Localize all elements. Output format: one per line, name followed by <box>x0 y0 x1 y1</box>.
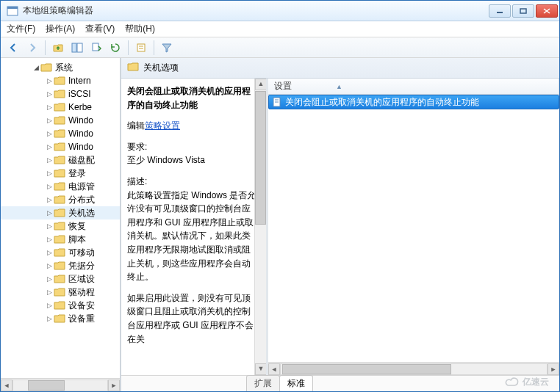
svg-rect-7 <box>77 43 82 52</box>
tab-extended[interactable]: 扩展 <box>246 375 280 391</box>
maximize-button[interactable] <box>512 4 534 18</box>
description-label: 描述: <box>127 175 259 189</box>
tree-item[interactable]: ▷设备重 <box>1 312 120 325</box>
menu-bar: 文件(F) 操作(A) 查看(V) 帮助(H) <box>1 21 559 37</box>
list-horizontal-scrollbar[interactable]: ◄ ► <box>268 362 559 375</box>
forward-button[interactable] <box>24 40 40 56</box>
content-title: 关机选项 <box>143 62 179 74</box>
description-text-1: 此策略设置指定 Windows 是否允许没有可见顶级窗口的控制台应用程序和 GU… <box>127 189 259 284</box>
scroll-left-button[interactable]: ◄ <box>1 380 12 391</box>
window-title: 本地组策略编辑器 <box>23 4 489 17</box>
sort-indicator-icon: ▲ <box>336 83 342 90</box>
scroll-thumb[interactable] <box>282 364 451 374</box>
scroll-right-button[interactable]: ► <box>548 363 559 375</box>
toolbar-separator <box>154 40 154 55</box>
title-bar: 本地组策略编辑器 <box>1 1 559 21</box>
column-settings[interactable]: 设置 <box>274 80 292 92</box>
properties-button[interactable] <box>133 40 149 56</box>
list-pane: 设置 ▲ 关闭会阻止或取消关机的应用程序的自动终止功能 ◄ ► <box>268 79 559 375</box>
svg-rect-9 <box>137 44 145 51</box>
show-hide-tree-button[interactable] <box>69 40 85 56</box>
tree-item[interactable]: ▷凭据分 <box>1 259 120 272</box>
tree-item[interactable]: ▷可移动 <box>1 246 120 259</box>
description-pane: 关闭会阻止或取消关机的应用程序的自动终止功能 编辑策略设置 要求: 至少 Win… <box>121 79 268 375</box>
svg-rect-6 <box>72 43 76 52</box>
list-row[interactable]: 关闭会阻止或取消关机的应用程序的自动终止功能 <box>268 95 559 109</box>
svg-rect-1 <box>7 7 18 9</box>
tree-item[interactable]: ▷Intern <box>1 74 120 87</box>
tree-item[interactable]: ▷电源管 <box>1 180 120 193</box>
tree-item[interactable]: ▷登录 <box>1 167 120 180</box>
toolbar-separator <box>45 40 46 55</box>
list-header[interactable]: 设置 ▲ <box>268 79 559 95</box>
tree-item[interactable]: ▷Windo <box>1 114 120 127</box>
content-header: 关机选项 <box>121 58 559 79</box>
requirements-value: 至少 Windows Vista <box>127 153 259 167</box>
tabs: 扩展 标准 亿速云 <box>121 375 559 391</box>
scroll-left-button[interactable]: ◄ <box>268 363 280 375</box>
toolbar <box>1 37 559 58</box>
filter-button[interactable] <box>159 40 175 56</box>
tree-item[interactable]: ▷驱动程 <box>1 286 120 299</box>
tree-item[interactable]: ▷关机选 <box>1 206 120 219</box>
tree-item[interactable]: ▷Windo <box>1 127 120 140</box>
tree-item[interactable]: ▷iSCSI <box>1 87 120 101</box>
menu-view[interactable]: 查看(V) <box>85 23 115 35</box>
scroll-right-button[interactable]: ► <box>108 380 120 391</box>
tree-item[interactable]: ▷区域设 <box>1 272 120 286</box>
scroll-down-button[interactable]: ▼ <box>255 363 267 375</box>
edit-policy-link[interactable]: 策略设置 <box>145 120 180 131</box>
close-button[interactable] <box>536 4 558 18</box>
menu-action[interactable]: 操作(A) <box>46 23 75 35</box>
tree-item[interactable]: ▷Windo <box>1 140 120 153</box>
svg-rect-8 <box>93 43 98 51</box>
tree[interactable]: ◢系统▷Intern▷iSCSI▷Kerbe▷Windo▷Windo▷Windo… <box>1 58 120 378</box>
policy-title: 关闭会阻止或取消关机的应用程序的自动终止功能 <box>127 84 259 112</box>
app-icon <box>7 5 18 17</box>
tree-item[interactable]: ▷脚本 <box>1 233 120 246</box>
refresh-button[interactable] <box>107 40 123 56</box>
edit-label: 编辑 <box>127 120 145 131</box>
tree-item[interactable]: ▷设备安 <box>1 299 120 312</box>
scroll-thumb[interactable] <box>255 91 266 225</box>
up-folder-button[interactable] <box>50 40 66 56</box>
svg-rect-3 <box>520 9 526 13</box>
description-text-2: 如果启用此设置，则没有可见顶级窗口且阻止或取消关机的控制台应用程序或 GUI 应… <box>127 291 259 346</box>
menu-file[interactable]: 文件(F) <box>7 23 35 35</box>
tree-pane: ◢系统▷Intern▷iSCSI▷Kerbe▷Windo▷Windo▷Windo… <box>1 58 121 391</box>
menu-help[interactable]: 帮助(H) <box>125 23 155 35</box>
toolbar-separator <box>128 40 129 55</box>
minimize-button[interactable] <box>489 4 511 18</box>
list-body[interactable]: 关闭会阻止或取消关机的应用程序的自动终止功能 <box>268 95 559 362</box>
scroll-thumb[interactable] <box>28 380 65 391</box>
back-button[interactable] <box>5 40 21 56</box>
requirements-label: 要求: <box>127 140 259 154</box>
tab-standard[interactable]: 标准 <box>279 375 313 391</box>
tree-item[interactable]: ▷Kerbe <box>1 101 120 114</box>
tree-item[interactable]: ▷分布式 <box>1 193 120 206</box>
policy-icon <box>272 97 282 107</box>
export-button[interactable] <box>88 40 104 56</box>
description-scrollbar[interactable]: ▲ ▼ <box>254 79 266 375</box>
scroll-up-button[interactable]: ▲ <box>255 79 267 90</box>
folder-icon <box>127 62 139 74</box>
tree-horizontal-scrollbar[interactable]: ◄ ► <box>1 378 120 391</box>
tree-item[interactable]: ▷恢复 <box>1 219 120 233</box>
tree-item[interactable]: ▷磁盘配 <box>1 153 120 167</box>
tree-root[interactable]: ◢系统 <box>1 61 120 74</box>
watermark: 亿速云 <box>505 376 549 388</box>
